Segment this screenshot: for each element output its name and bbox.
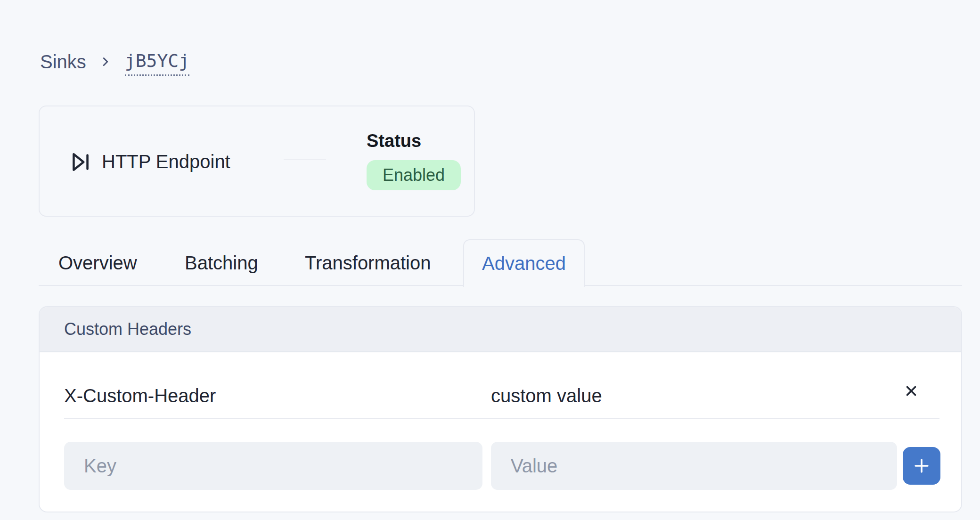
breadcrumb-sink-id[interactable]: jB5YCj bbox=[125, 48, 189, 76]
breadcrumb: Sinks jB5YCj bbox=[40, 49, 189, 74]
add-header-button[interactable] bbox=[903, 447, 940, 485]
breadcrumb-sinks-link[interactable]: Sinks bbox=[40, 49, 86, 74]
header-value-input[interactable] bbox=[491, 442, 897, 490]
tab-advanced[interactable]: Advanced bbox=[463, 239, 585, 287]
skip-forward-icon bbox=[69, 150, 92, 174]
status-badge: Enabled bbox=[367, 160, 461, 190]
tab-overview[interactable]: Overview bbox=[58, 252, 137, 274]
sink-detail-page: Sinks jB5YCj HTTP Endpoint Status Enable… bbox=[0, 0, 980, 520]
remove-header-button[interactable] bbox=[898, 378, 924, 404]
header-row-key: X-Custom-Header bbox=[64, 384, 216, 407]
sink-type-label: HTTP Endpoint bbox=[102, 150, 230, 173]
divider bbox=[284, 159, 326, 160]
divider bbox=[64, 418, 939, 419]
status-column: Status Enabled bbox=[367, 130, 461, 190]
tabbar: Overview Batching Transformation Advance… bbox=[39, 239, 962, 287]
custom-headers-card: Custom Headers X-Custom-Header custom va… bbox=[39, 306, 962, 512]
header-row-value: custom value bbox=[491, 384, 602, 407]
custom-headers-titlebar: Custom Headers bbox=[40, 307, 961, 352]
tab-transformation[interactable]: Transformation bbox=[305, 252, 431, 274]
custom-headers-title: Custom Headers bbox=[64, 319, 191, 339]
status-label: Status bbox=[367, 130, 461, 152]
header-row: X-Custom-Header custom value bbox=[40, 352, 961, 418]
sink-summary-card: HTTP Endpoint Status Enabled bbox=[39, 106, 475, 217]
close-icon bbox=[903, 383, 919, 399]
header-key-input[interactable] bbox=[64, 442, 482, 490]
chevron-right-icon bbox=[98, 55, 113, 69]
plus-icon bbox=[911, 455, 932, 476]
tab-batching[interactable]: Batching bbox=[185, 252, 258, 274]
